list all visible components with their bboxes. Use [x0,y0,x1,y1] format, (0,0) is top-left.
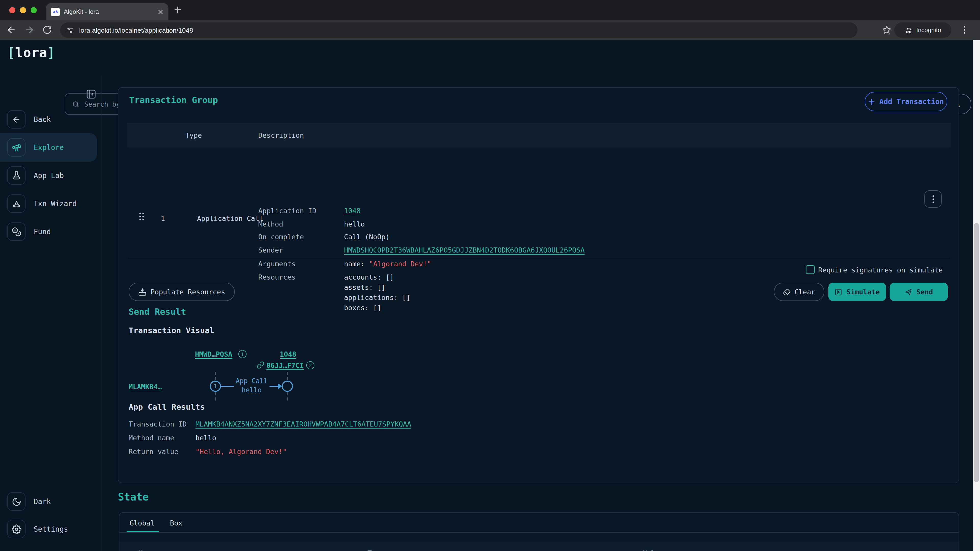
tab-close-icon[interactable] [158,9,163,14]
row-menu-button[interactable] [924,190,942,208]
result-label: Transaction ID [129,420,187,428]
telescope-icon [7,138,25,157]
browser-tab[interactable]: ak AlgoKit - lora [46,3,169,21]
browser-toolbar: lora.algokit.io/localnet/application/104… [0,21,980,40]
sidebar-item-dark-mode[interactable]: Dark [0,487,102,516]
sidebar-item-fund[interactable]: Fund [0,218,102,246]
argument-value: "Algorand Dev!" [369,260,431,268]
screen: ak AlgoKit - lora lora.algokit.io/localn… [0,0,980,551]
tab-global[interactable]: Global [130,519,155,527]
link-icon [257,361,264,369]
method-value: hello [344,220,365,228]
state-table-header: Key Type Value [119,542,959,551]
app-call-results-title: App Call Results [129,403,205,412]
send-button[interactable]: Send [890,283,948,301]
tab-box[interactable]: Box [170,519,183,527]
bookmark-star-icon[interactable] [882,25,892,35]
back-icon[interactable] [6,24,17,35]
column-value: Value [643,549,663,551]
lora-logo[interactable]: [lora] [7,45,55,60]
table-row: 1 Application Call Application ID 1048 M… [127,148,951,258]
edge-line [269,386,278,387]
application-id-link[interactable]: 1048 [344,206,361,215]
window-controls[interactable] [9,7,37,13]
sidebar: Back Explore App Lab Txn Wizard [0,76,102,551]
scrollbar-track[interactable] [973,40,980,551]
kebab-icon [932,195,934,203]
incognito-icon [904,26,913,35]
url-text: lora.algokit.io/localnet/application/104… [79,26,193,34]
browser-menu-icon[interactable] [964,26,965,34]
require-signatures-checkbox[interactable] [806,265,815,274]
to-node[interactable] [282,381,293,392]
browser-tabstrip: ak AlgoKit - lora [0,0,980,21]
group-badge: 2 [306,361,314,369]
forward-icon[interactable] [24,24,35,35]
sidebar-item-explore[interactable]: Explore [0,133,102,162]
scrollbar-thumb[interactable] [974,223,979,482]
field-label: Arguments [258,260,296,268]
favicon: ak [51,7,60,16]
field-label: Resources [258,273,296,281]
column-description: Description [258,131,304,139]
sidebar-item-settings[interactable]: Settings [0,515,102,543]
edge-line [220,386,234,387]
sidebar-item-txn-wizard[interactable]: Txn Wizard [0,189,102,218]
clear-button[interactable]: Clear [774,283,824,301]
field-label: Application ID [258,206,317,215]
maximize-window-button[interactable] [30,7,37,13]
visual-group-link[interactable]: 06JJ…F7CI [266,361,304,369]
visual-app-link[interactable]: 1048 [280,350,296,358]
transaction-group-card: Transaction Group Add Transaction Type D… [118,87,959,483]
argument-name-prefix: name: [344,260,369,268]
field-label: Sender [258,246,283,254]
state-card: Global Box Key Type Value [119,512,959,551]
flask-icon [7,166,25,185]
incognito-badge: Incognito [894,22,951,38]
column-type: Type [368,549,384,551]
site-settings-icon[interactable] [66,26,74,34]
method-name-value: hello [196,433,216,442]
gear-icon [7,520,25,538]
visual-account-link[interactable]: HMWD…PQSA [195,350,232,358]
new-tab-button[interactable] [173,6,182,14]
field-label: On complete [258,233,304,241]
populate-resources-button[interactable]: Populate Resources [129,283,235,301]
sender-address-link[interactable]: HMWDSHQCOPD2T36WBAHLAZ6PO5GDJJZBN4D2TODK… [344,246,585,254]
wizard-hat-icon [7,194,25,213]
result-label: Return value [129,448,178,456]
resource-accounts: accounts: [] [344,273,394,281]
account-badge: 1 [239,350,247,358]
resource-assets: assets: [] [344,283,386,291]
column-type: Type [185,131,202,139]
send-result-title: Send Result [129,306,186,317]
visual-txn-link[interactable]: MLAMKB4… [129,383,162,391]
row-type: Application Call [197,214,263,222]
close-window-button[interactable] [9,7,15,13]
eraser-icon [783,288,791,295]
address-bar[interactable]: lora.algokit.io/localnet/application/104… [60,22,858,38]
state-title: State [118,491,148,503]
reload-icon[interactable] [42,25,52,35]
simulate-button[interactable]: Simulate [829,283,886,301]
page: [lora] LocalNet HMWD…PQSA [0,40,980,551]
add-transaction-button[interactable]: Add Transaction [865,92,947,111]
from-node[interactable]: 1 [210,381,221,392]
sidebar-item-app-lab[interactable]: App Lab [0,161,102,190]
transaction-id-link[interactable]: MLAMKB4ANXZ5NA2XY7ZNF3EAIROHVWPAB4A7CLT6… [196,420,411,428]
on-complete-value: Call (NoOp) [344,233,390,241]
resource-applications: applications: [] [344,293,410,302]
collapse-sidebar-icon[interactable] [86,89,97,100]
row-index: 1 [161,214,165,222]
minimize-window-button[interactable] [20,7,26,13]
drag-handle-icon[interactable] [139,213,144,221]
require-signatures-label: Require signatures on simulate [818,266,943,274]
transaction-visual-title: Transaction Visual [129,326,215,335]
download-icon [138,288,146,296]
sidebar-item-back[interactable]: Back [0,105,102,134]
table-header: Type Description [127,123,951,148]
column-key: Key [138,549,151,551]
field-label: Method [258,220,283,228]
arrow-left-icon [7,110,25,129]
moon-icon [7,492,25,511]
